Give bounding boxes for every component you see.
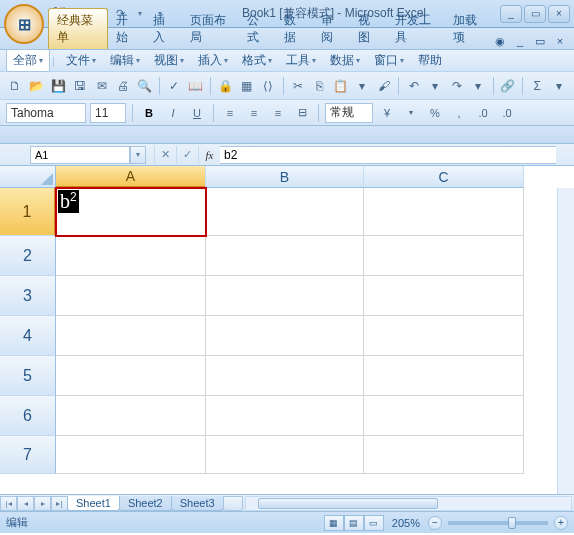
zoom-out-button[interactable]: − bbox=[428, 516, 442, 530]
tab-data[interactable]: 数据 bbox=[276, 9, 313, 49]
redo-icon[interactable]: ↷ bbox=[447, 76, 466, 96]
prev-sheet-button[interactable]: ◂ bbox=[17, 496, 34, 511]
normal-view-button[interactable]: ▦ bbox=[324, 515, 344, 531]
tab-insert[interactable]: 插入 bbox=[145, 9, 182, 49]
zoom-slider[interactable] bbox=[448, 521, 548, 525]
font-size-combo[interactable]: 11 bbox=[90, 103, 126, 123]
spell-icon[interactable]: ✓ bbox=[165, 76, 184, 96]
align-right-button[interactable]: ≡ bbox=[268, 103, 288, 123]
cell-B6[interactable] bbox=[206, 396, 364, 436]
close-button[interactable]: × bbox=[548, 5, 570, 23]
open-icon[interactable]: 📂 bbox=[28, 76, 47, 96]
underline-button[interactable]: U bbox=[187, 103, 207, 123]
row-header-6[interactable]: 6 bbox=[0, 396, 56, 436]
tab-view[interactable]: 视图 bbox=[350, 9, 387, 49]
doc-close-button[interactable]: × bbox=[552, 33, 568, 49]
autosum-dropdown[interactable]: ▾ bbox=[549, 76, 568, 96]
currency-button[interactable]: ¥ bbox=[377, 103, 397, 123]
undo-dropdown[interactable]: ▾ bbox=[426, 76, 445, 96]
number-format-combo[interactable]: 常规 bbox=[325, 103, 373, 123]
tab-review[interactable]: 审阅 bbox=[313, 9, 350, 49]
mail-icon[interactable]: ✉ bbox=[92, 76, 111, 96]
horizontal-scrollbar[interactable] bbox=[245, 496, 572, 511]
page-layout-view-button[interactable]: ▤ bbox=[344, 515, 364, 531]
sheet-tab-1[interactable]: Sheet1 bbox=[67, 496, 120, 511]
cell-A2[interactable] bbox=[56, 236, 206, 276]
formula-input[interactable]: b2 bbox=[220, 146, 556, 164]
cell-B3[interactable] bbox=[206, 276, 364, 316]
fx-button[interactable]: fx bbox=[198, 146, 220, 164]
save-icon[interactable]: 💾 bbox=[49, 76, 68, 96]
menu-edit[interactable]: 编辑▾ bbox=[104, 50, 146, 71]
cell-A3[interactable] bbox=[56, 276, 206, 316]
tab-formulas[interactable]: 公式 bbox=[239, 9, 276, 49]
menu-insert[interactable]: 插入▾ bbox=[192, 50, 234, 71]
row-header-4[interactable]: 4 bbox=[0, 316, 56, 356]
percent-button[interactable]: % bbox=[425, 103, 445, 123]
cell-C4[interactable] bbox=[364, 316, 524, 356]
permission-icon[interactable]: 🔒 bbox=[216, 76, 235, 96]
vertical-scrollbar[interactable] bbox=[557, 188, 574, 494]
cell-B2[interactable] bbox=[206, 236, 364, 276]
office-button[interactable]: ⊞ bbox=[4, 4, 44, 44]
cell-B4[interactable] bbox=[206, 316, 364, 356]
menu-tools[interactable]: 工具▾ bbox=[280, 50, 322, 71]
row-header-2[interactable]: 2 bbox=[0, 236, 56, 276]
insert-sheet-button[interactable] bbox=[223, 496, 243, 511]
tab-page-layout[interactable]: 页面布局 bbox=[182, 9, 240, 49]
cell-A4[interactable] bbox=[56, 316, 206, 356]
first-sheet-button[interactable]: |◂ bbox=[0, 496, 17, 511]
help-icon[interactable]: ◉ bbox=[492, 33, 508, 49]
template-icon[interactable]: ▦ bbox=[237, 76, 256, 96]
cancel-formula-button[interactable]: ✕ bbox=[154, 146, 176, 164]
menu-help[interactable]: 帮助 bbox=[412, 50, 448, 71]
cell-C5[interactable] bbox=[364, 356, 524, 396]
doc-minimize-button[interactable]: _ bbox=[512, 33, 528, 49]
preview-icon[interactable]: 🔍 bbox=[135, 76, 154, 96]
cell-C2[interactable] bbox=[364, 236, 524, 276]
saveas-icon[interactable]: 🖫 bbox=[71, 76, 90, 96]
research-icon[interactable]: 📖 bbox=[186, 76, 205, 96]
menu-format[interactable]: 格式▾ bbox=[236, 50, 278, 71]
row-header-3[interactable]: 3 bbox=[0, 276, 56, 316]
merge-center-button[interactable]: ⊟ bbox=[292, 103, 312, 123]
paste-icon[interactable]: 📋 bbox=[332, 76, 351, 96]
align-left-button[interactable]: ≡ bbox=[220, 103, 240, 123]
minimize-button[interactable]: _ bbox=[500, 5, 522, 23]
cell-C6[interactable] bbox=[364, 396, 524, 436]
sheet-tab-2[interactable]: Sheet2 bbox=[119, 496, 172, 511]
last-sheet-button[interactable]: ▸| bbox=[51, 496, 68, 511]
comma-button[interactable]: , bbox=[449, 103, 469, 123]
bold-button[interactable]: B bbox=[139, 103, 159, 123]
cell-A6[interactable] bbox=[56, 396, 206, 436]
menu-view[interactable]: 视图▾ bbox=[148, 50, 190, 71]
print-icon[interactable]: 🖨 bbox=[114, 76, 133, 96]
xml-icon[interactable]: ⟨⟩ bbox=[259, 76, 278, 96]
new-icon[interactable]: 🗋 bbox=[6, 76, 25, 96]
row-header-5[interactable]: 5 bbox=[0, 356, 56, 396]
cell-A1[interactable]: b2 bbox=[56, 188, 206, 236]
menu-data[interactable]: 数据▾ bbox=[324, 50, 366, 71]
maximize-button[interactable]: ▭ bbox=[524, 5, 546, 23]
cell-B5[interactable] bbox=[206, 356, 364, 396]
format-painter-icon[interactable]: 🖌 bbox=[375, 76, 394, 96]
tab-home[interactable]: 开始 bbox=[108, 9, 145, 49]
tab-addins[interactable]: 加载项 bbox=[445, 9, 492, 49]
redo-dropdown[interactable]: ▾ bbox=[469, 76, 488, 96]
zoom-level[interactable]: 205% bbox=[392, 517, 420, 529]
enter-formula-button[interactable]: ✓ bbox=[176, 146, 198, 164]
zoom-in-button[interactable]: + bbox=[554, 516, 568, 530]
italic-button[interactable]: I bbox=[163, 103, 183, 123]
name-box-dropdown[interactable]: ▾ bbox=[130, 146, 146, 164]
cell-C3[interactable] bbox=[364, 276, 524, 316]
cell-B1[interactable] bbox=[206, 188, 364, 236]
font-combo[interactable]: Tahoma bbox=[6, 103, 86, 123]
menu-file[interactable]: 文件▾ bbox=[60, 50, 102, 71]
sheet-tab-3[interactable]: Sheet3 bbox=[171, 496, 224, 511]
column-header-C[interactable]: C bbox=[364, 166, 524, 188]
row-header-1[interactable]: 1 bbox=[0, 188, 56, 236]
paste-dropdown[interactable]: ▾ bbox=[353, 76, 372, 96]
column-header-B[interactable]: B bbox=[206, 166, 364, 188]
tab-developer[interactable]: 开发工具 bbox=[387, 9, 445, 49]
autosum-icon[interactable]: Σ bbox=[528, 76, 547, 96]
